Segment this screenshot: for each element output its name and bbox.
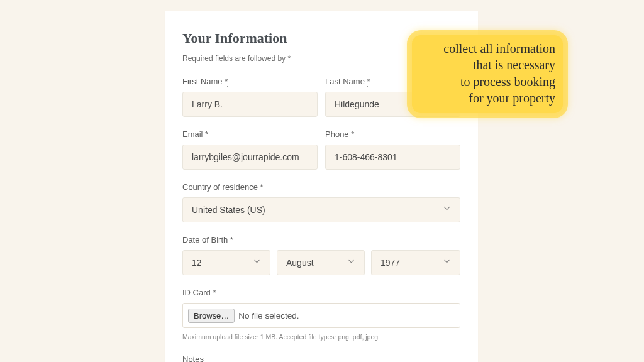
last-name-label-text: Last Name: [325, 77, 365, 86]
dob-group: Date of Birth * 12 August 1977: [182, 235, 460, 275]
callout-sticker: collect all information that is necessar…: [412, 35, 563, 113]
idcard-group: ID Card * Browse… No file selected. Maxi…: [182, 288, 460, 341]
chevron-down-icon: [445, 260, 451, 266]
first-name-label: First Name *: [182, 77, 318, 86]
email-label: Email *: [182, 129, 318, 139]
browse-button[interactable]: Browse…: [188, 309, 235, 323]
phone-input[interactable]: [325, 145, 460, 170]
chevron-down-icon: [445, 207, 451, 213]
upload-hint: Maximum upload file size: 1 MB. Accepted…: [182, 333, 460, 341]
callout-text: collect all information that is necessar…: [443, 41, 555, 105]
contact-row: Email * Phone *: [182, 129, 460, 170]
dob-year-select[interactable]: 1977: [371, 250, 460, 275]
country-selected-value: United States (US): [192, 205, 265, 215]
phone-group: Phone *: [325, 129, 460, 170]
required-asterisk: *: [260, 182, 264, 192]
notes-group: Notes: [182, 354, 460, 362]
dob-day-value: 12: [192, 258, 202, 268]
country-select[interactable]: United States (US): [182, 197, 460, 222]
file-status-text: No file selected.: [238, 311, 299, 321]
dob-month-select[interactable]: August: [277, 250, 365, 275]
required-asterisk: *: [367, 77, 370, 87]
dob-row: 12 August 1977: [182, 250, 460, 275]
chevron-down-icon: [255, 260, 261, 266]
country-label: Country of residence *: [182, 182, 460, 192]
first-name-label-text: First Name: [182, 77, 223, 86]
first-name-group: First Name *: [182, 77, 318, 117]
notes-label: Notes: [182, 354, 460, 362]
email-input[interactable]: [182, 145, 318, 170]
country-label-text: Country of residence: [182, 182, 258, 192]
email-group: Email *: [182, 129, 318, 170]
country-group: Country of residence * United States (US…: [182, 182, 460, 222]
required-asterisk: *: [225, 77, 228, 87]
idcard-label: ID Card *: [182, 288, 460, 297]
first-name-input[interactable]: [182, 92, 318, 117]
dob-year-value: 1977: [380, 258, 400, 268]
dob-label: Date of Birth *: [182, 235, 460, 244]
phone-label: Phone *: [325, 129, 460, 139]
dob-day-select[interactable]: 12: [182, 250, 270, 275]
chevron-down-icon: [349, 260, 355, 266]
file-input-box[interactable]: Browse… No file selected.: [182, 303, 460, 328]
dob-month-value: August: [286, 258, 314, 268]
